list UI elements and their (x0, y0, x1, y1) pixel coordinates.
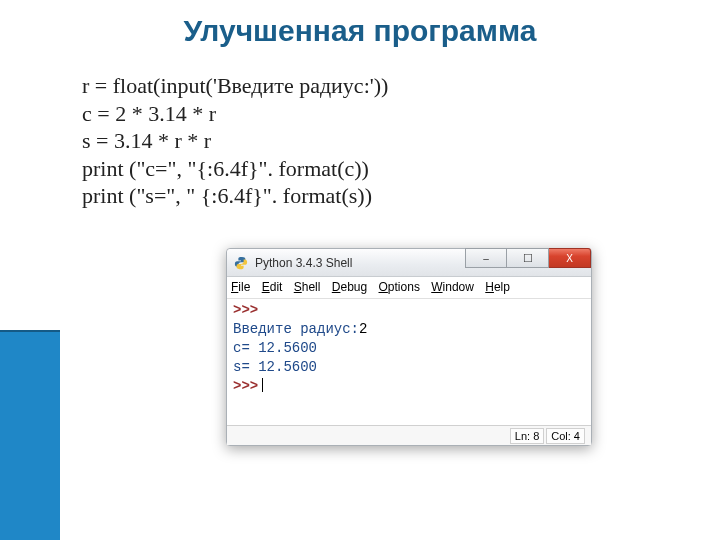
status-ln: Ln: 8 (510, 428, 544, 444)
menu-options[interactable]: Options (379, 280, 420, 294)
maximize-button[interactable]: ☐ (507, 248, 549, 268)
status-col: Col: 4 (546, 428, 585, 444)
decorative-side-stripe (0, 330, 60, 540)
source-code-block: r = float(input('Введите радиус:')) c = … (82, 72, 720, 210)
titlebar[interactable]: Python 3.4.3 Shell – ☐ X (227, 249, 591, 277)
slide-title: Улучшенная программа (0, 0, 720, 48)
code-line: print ("s=", " {:6.4f}". format(s)) (82, 182, 720, 210)
console-area[interactable]: >>> Введите радиус:2 c= 12.5600 s= 12.56… (227, 299, 591, 425)
console-line: >>> (233, 301, 585, 320)
code-line: s = 3.14 * r * r (82, 127, 720, 155)
code-line: c = 2 * 3.14 * r (82, 100, 720, 128)
input-prompt-text: Введите радиус: (233, 321, 359, 337)
console-output-line: c= 12.5600 (233, 339, 585, 358)
window-title: Python 3.4.3 Shell (255, 256, 465, 270)
window-buttons: – ☐ X (465, 249, 591, 276)
python-icon (233, 255, 249, 271)
console-input-line: Введите радиус:2 (233, 320, 585, 339)
text-cursor (262, 378, 263, 392)
prompt: >>> (233, 378, 258, 394)
close-button[interactable]: X (549, 248, 591, 268)
menubar: File Edit Shell Debug Options Window Hel… (227, 277, 591, 299)
menu-window[interactable]: Window (431, 280, 474, 294)
code-line: print ("c=", "{:6.4f}". format(c)) (82, 155, 720, 183)
statusbar: Ln: 8 Col: 4 (227, 425, 591, 445)
menu-shell[interactable]: Shell (294, 280, 321, 294)
console-line: >>> (233, 377, 585, 396)
menu-help[interactable]: Help (485, 280, 510, 294)
prompt: >>> (233, 302, 258, 318)
menu-file[interactable]: File (231, 280, 250, 294)
code-line: r = float(input('Введите радиус:')) (82, 72, 720, 100)
python-shell-window: Python 3.4.3 Shell – ☐ X File Edit Shell… (226, 248, 592, 446)
minimize-button[interactable]: – (465, 248, 507, 268)
menu-edit[interactable]: Edit (262, 280, 283, 294)
user-input-value: 2 (359, 321, 367, 337)
menu-debug[interactable]: Debug (332, 280, 367, 294)
console-output-line: s= 12.5600 (233, 358, 585, 377)
